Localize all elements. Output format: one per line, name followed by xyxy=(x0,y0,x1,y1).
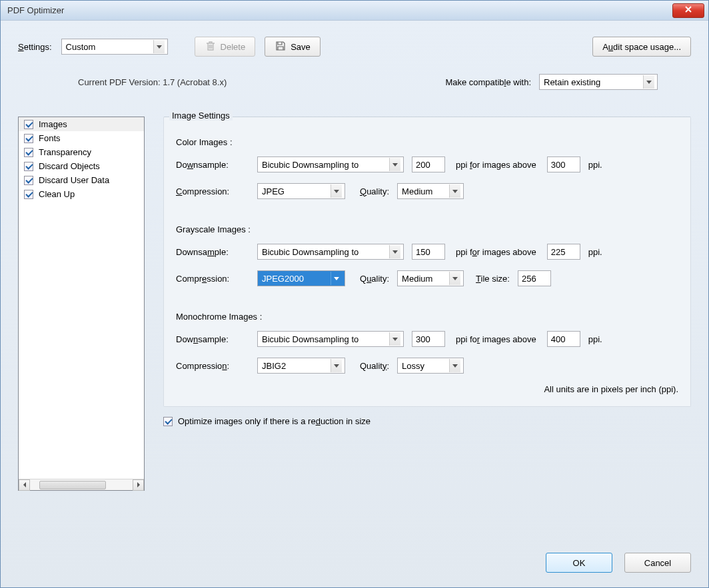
pdf-optimizer-window: PDF Optimizer Settings: Custom Delete xyxy=(0,0,709,588)
category-checkbox[interactable] xyxy=(24,120,33,129)
chevron-down-icon xyxy=(331,272,342,285)
mono-quality-select[interactable]: Lossy xyxy=(397,358,464,374)
settings-value: Custom xyxy=(66,42,96,52)
color-downsample-row: Downsample: Bicubic Downsampling to ppi … xyxy=(176,156,678,172)
close-icon xyxy=(684,5,692,15)
grayscale-above-input[interactable] xyxy=(547,244,580,260)
quality-label: Quality: xyxy=(360,274,389,284)
ppi-above-label: ppi for images above xyxy=(456,334,536,344)
ppi-suffix: ppi. xyxy=(588,247,602,257)
category-list[interactable]: ImagesFontsTransparencyDiscard ObjectsDi… xyxy=(19,117,144,479)
image-settings-fieldset: Image Settings Color Images : Downsample… xyxy=(163,117,691,407)
chevron-down-icon xyxy=(389,332,400,346)
close-button[interactable] xyxy=(672,3,704,18)
mono-downsample-row: Downsample: Bicubic Downsampling to ppi … xyxy=(176,331,678,347)
downsample-label: Downsample: xyxy=(176,160,249,170)
delete-button: Delete xyxy=(195,37,256,57)
sidebar-item-discard-objects[interactable]: Discard Objects xyxy=(19,159,144,173)
mono-above-input[interactable] xyxy=(547,331,580,347)
chevron-down-icon xyxy=(449,184,460,198)
save-icon xyxy=(275,40,287,54)
settings-label: Settings: xyxy=(18,42,52,52)
monochrome-images-title: Monochrome Images : xyxy=(176,312,678,322)
color-above-input[interactable] xyxy=(547,156,580,172)
category-label: Fonts xyxy=(39,133,61,143)
optimize-label: Optimize images only if there is a reduc… xyxy=(178,416,370,426)
color-downsample-select[interactable]: Bicubic Downsampling to xyxy=(257,156,404,172)
version-row: Current PDF Version: 1.7 (Acrobat 8.x) M… xyxy=(18,74,691,90)
sidebar-hscroll[interactable] xyxy=(19,479,144,490)
compression-label: Compression: xyxy=(176,186,249,196)
sidebar-item-images[interactable]: Images xyxy=(19,117,144,131)
chevron-down-icon xyxy=(389,245,400,258)
sidebar-item-transparency[interactable]: Transparency xyxy=(19,145,144,159)
mono-compression-row: Compression: JBIG2 Quality: Lossy xyxy=(176,358,678,374)
ppi-above-label: ppi for images above xyxy=(456,247,536,257)
downsample-label: Downsample: xyxy=(176,334,249,344)
compat-select[interactable]: Retain existing xyxy=(539,74,658,90)
units-note: All units are in pixels per inch (ppi). xyxy=(176,384,678,394)
compat-value: Retain existing xyxy=(544,77,600,87)
grayscale-compression-select[interactable]: JPEG2000 xyxy=(257,270,345,286)
body-wrap: ImagesFontsTransparencyDiscard ObjectsDi… xyxy=(18,117,691,491)
category-label: Images xyxy=(39,119,67,129)
category-sidebar: ImagesFontsTransparencyDiscard ObjectsDi… xyxy=(18,117,145,491)
ppi-suffix: ppi. xyxy=(588,160,602,170)
chevron-down-icon xyxy=(389,158,400,171)
chevron-down-icon xyxy=(331,359,342,372)
tile-size-input[interactable] xyxy=(518,270,551,286)
chevron-down-icon xyxy=(331,184,342,198)
current-version-label: Current PDF Version: 1.7 (Acrobat 8.x) xyxy=(78,77,227,87)
top-row: Settings: Custom Delete Save Audit space… xyxy=(18,37,691,57)
audit-space-button[interactable]: Audit space usage... xyxy=(592,37,691,57)
chevron-down-icon xyxy=(643,75,654,89)
quality-label: Quality: xyxy=(360,361,389,371)
category-checkbox[interactable] xyxy=(24,134,33,143)
color-images-title: Color Images : xyxy=(176,137,678,147)
category-label: Discard User Data xyxy=(39,175,109,185)
category-checkbox[interactable] xyxy=(24,176,33,185)
scroll-right-icon[interactable] xyxy=(133,479,144,491)
sidebar-item-discard-user-data[interactable]: Discard User Data xyxy=(19,173,144,187)
color-compression-row: Compression: JPEG Quality: Medium xyxy=(176,183,678,199)
mono-ppi-input[interactable] xyxy=(412,331,445,347)
category-label: Clean Up xyxy=(39,189,75,199)
compat-wrap: Make compatible with: Retain existing xyxy=(445,74,658,90)
grayscale-ppi-input[interactable] xyxy=(412,244,445,260)
grayscale-compression-row: Compression: JPEG2000 Quality: Medium Ti… xyxy=(176,270,678,286)
category-label: Transparency xyxy=(39,147,91,157)
grayscale-images-title: Grayscale Images : xyxy=(176,224,678,234)
titlebar: PDF Optimizer xyxy=(1,1,708,21)
ppi-above-label: ppi for images above xyxy=(456,160,536,170)
color-ppi-input[interactable] xyxy=(412,156,445,172)
color-quality-select[interactable]: Medium xyxy=(397,183,464,199)
settings-select[interactable]: Custom xyxy=(61,39,168,55)
category-checkbox[interactable] xyxy=(24,162,33,171)
grayscale-quality-select[interactable]: Medium xyxy=(397,270,464,286)
sidebar-item-clean-up[interactable]: Clean Up xyxy=(19,187,144,201)
ok-button[interactable]: OK xyxy=(546,553,612,573)
sidebar-item-fonts[interactable]: Fonts xyxy=(19,131,144,145)
trash-icon xyxy=(205,40,217,54)
window-title: PDF Optimizer xyxy=(7,5,64,15)
delete-label: Delete xyxy=(221,42,246,52)
grayscale-downsample-select[interactable]: Bicubic Downsampling to xyxy=(257,244,404,260)
color-compression-select[interactable]: JPEG xyxy=(257,183,345,199)
chevron-down-icon xyxy=(449,272,460,285)
dialog-content: Settings: Custom Delete Save Audit space… xyxy=(1,21,708,587)
category-checkbox[interactable] xyxy=(24,148,33,157)
save-button[interactable]: Save xyxy=(265,37,321,57)
ppi-suffix: ppi. xyxy=(588,334,602,344)
downsample-label: Downsample: xyxy=(176,247,249,257)
mono-compression-select[interactable]: JBIG2 xyxy=(257,358,345,374)
mono-downsample-select[interactable]: Bicubic Downsampling to xyxy=(257,331,404,347)
optimize-checkbox[interactable] xyxy=(163,417,173,426)
scroll-left-icon[interactable] xyxy=(19,479,30,491)
cancel-button[interactable]: Cancel xyxy=(624,553,691,573)
grayscale-downsample-row: Downsample: Bicubic Downsampling to ppi … xyxy=(176,244,678,260)
chevron-down-icon xyxy=(449,359,460,372)
optimize-row: Optimize images only if there is a reduc… xyxy=(163,416,691,426)
compression-label: Compression: xyxy=(176,274,249,284)
scroll-thumb[interactable] xyxy=(39,481,106,489)
category-checkbox[interactable] xyxy=(24,190,33,199)
